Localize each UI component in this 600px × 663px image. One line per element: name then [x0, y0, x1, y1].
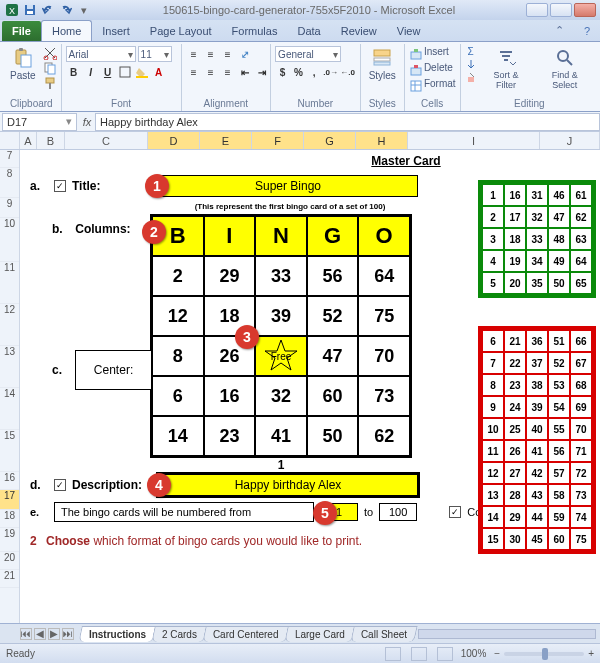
number-cell[interactable]: 32 — [526, 206, 548, 228]
bingo-col-G[interactable]: G — [307, 216, 359, 256]
formula-input[interactable]: Happy birthday Alex — [95, 113, 600, 131]
sheet-nav-first-icon[interactable]: ⏮ — [20, 628, 32, 640]
col-F[interactable]: F — [252, 132, 304, 149]
number-cell[interactable]: 68 — [570, 374, 592, 396]
number-cell[interactable]: 33 — [526, 228, 548, 250]
percent-icon[interactable]: % — [291, 64, 306, 80]
clear-icon[interactable] — [465, 71, 477, 83]
col-E[interactable]: E — [200, 132, 252, 149]
number-cell[interactable]: 22 — [504, 352, 526, 374]
comma-icon[interactable]: , — [307, 64, 322, 80]
cells-delete[interactable]: Delete — [409, 62, 453, 78]
row-21[interactable]: 21 — [0, 570, 19, 588]
row-13[interactable]: 13 — [0, 346, 19, 388]
sheet-nav-prev-icon[interactable]: ◀ — [34, 628, 46, 640]
find-select-button[interactable]: Find & Select — [535, 46, 594, 92]
autosum-icon[interactable]: Σ — [467, 46, 473, 57]
indent-decrease-icon[interactable]: ⇤ — [237, 64, 253, 80]
bingo-cell[interactable]: 32 — [255, 376, 307, 416]
number-cell[interactable]: 25 — [504, 418, 526, 440]
font-name-select[interactable]: Arial▾ — [66, 46, 136, 62]
row-12[interactable]: 12 — [0, 304, 19, 346]
number-cell[interactable]: 41 — [526, 440, 548, 462]
number-cell[interactable]: 72 — [570, 462, 592, 484]
redo-icon[interactable] — [58, 2, 74, 18]
number-cell[interactable]: 51 — [548, 330, 570, 352]
row-11[interactable]: 11 — [0, 262, 19, 304]
bingo-col-I[interactable]: I — [204, 216, 256, 256]
number-cell[interactable]: 23 — [504, 374, 526, 396]
bingo-cell[interactable]: 41 — [255, 416, 307, 456]
align-left-icon[interactable]: ≡ — [186, 64, 202, 80]
bingo-cell[interactable]: 16 — [204, 376, 256, 416]
bingo-cell[interactable]: 12 — [152, 296, 204, 336]
cells-insert[interactable]: Insert — [409, 46, 449, 62]
number-cell[interactable]: 3 — [482, 228, 504, 250]
number-cell[interactable]: 35 — [526, 272, 548, 294]
row-7[interactable]: 7 — [0, 150, 19, 168]
number-cell[interactable]: 19 — [504, 250, 526, 272]
number-cell[interactable]: 64 — [570, 250, 592, 272]
col-B[interactable]: B — [37, 132, 65, 149]
number-cell[interactable]: 53 — [548, 374, 570, 396]
number-cell[interactable]: 28 — [504, 484, 526, 506]
view-page-break-icon[interactable] — [437, 647, 453, 661]
row-17[interactable]: 17 — [0, 490, 19, 510]
sheet-tab-2cards[interactable]: 2 Cards — [152, 626, 208, 642]
number-cell[interactable]: 37 — [526, 352, 548, 374]
bingo-cell[interactable]: 8 — [152, 336, 204, 376]
sheet-tab-instructions[interactable]: Instructions — [78, 626, 157, 642]
number-cell[interactable]: 38 — [526, 374, 548, 396]
number-cell[interactable]: 20 — [504, 272, 526, 294]
view-normal-icon[interactable] — [385, 647, 401, 661]
number-cell[interactable]: 55 — [548, 418, 570, 440]
fill-icon[interactable] — [465, 58, 477, 70]
horizontal-scrollbar[interactable] — [418, 629, 596, 639]
sheet-tab-card-centered[interactable]: Card Centered — [203, 626, 290, 642]
cells-format[interactable]: Format — [409, 78, 456, 94]
undo-icon[interactable] — [40, 2, 56, 18]
sheet-nav-next-icon[interactable]: ▶ — [48, 628, 60, 640]
number-cell[interactable]: 69 — [570, 396, 592, 418]
bingo-cell[interactable]: 73 — [358, 376, 410, 416]
col-H[interactable]: H — [356, 132, 408, 149]
currency-icon[interactable]: $ — [275, 64, 290, 80]
zoom-slider[interactable]: − + — [494, 648, 594, 659]
center-label[interactable]: Center: — [75, 350, 152, 390]
number-cell[interactable]: 11 — [482, 440, 504, 462]
close-button[interactable] — [574, 3, 596, 17]
row-15[interactable]: 15 — [0, 430, 19, 472]
worksheet[interactable]: 7 8 9 10 11 12 13 14 15 16 17 18 19 20 2… — [0, 150, 600, 623]
number-cell[interactable]: 14 — [482, 506, 504, 528]
number-cell[interactable]: 45 — [526, 528, 548, 550]
bingo-cell[interactable]: 14 — [152, 416, 204, 456]
qat-customize-icon[interactable]: ▾ — [76, 2, 92, 18]
bingo-col-O[interactable]: O — [358, 216, 410, 256]
number-cell[interactable]: 4 — [482, 250, 504, 272]
fill-color-icon[interactable] — [134, 64, 150, 80]
col-D[interactable]: D — [148, 132, 200, 149]
number-cell[interactable]: 43 — [526, 484, 548, 506]
sheet-tab-large-card[interactable]: Large Card — [284, 626, 355, 642]
sheet-nav-last-icon[interactable]: ⏭ — [62, 628, 74, 640]
bingo-cell[interactable]: 62 — [358, 416, 410, 456]
number-cell[interactable]: 66 — [570, 330, 592, 352]
font-size-select[interactable]: 11▾ — [138, 46, 172, 62]
number-cell[interactable]: 57 — [548, 462, 570, 484]
number-cell[interactable]: 24 — [504, 396, 526, 418]
bingo-cell[interactable]: 70 — [358, 336, 410, 376]
number-cell[interactable]: 13 — [482, 484, 504, 506]
number-cell[interactable]: 34 — [526, 250, 548, 272]
sheet-tab-call-sheet[interactable]: Call Sheet — [350, 626, 418, 642]
col-C[interactable]: C — [65, 132, 148, 149]
bingo-cell[interactable]: 23 — [204, 416, 256, 456]
bingo-cell[interactable]: 64 — [358, 256, 410, 296]
number-cell[interactable]: 27 — [504, 462, 526, 484]
tab-view[interactable]: View — [387, 21, 431, 41]
number-cell[interactable]: 70 — [570, 418, 592, 440]
bingo-cell[interactable]: 6 — [152, 376, 204, 416]
excel-icon[interactable]: X — [4, 2, 20, 18]
tab-review[interactable]: Review — [331, 21, 387, 41]
number-cell[interactable]: 36 — [526, 330, 548, 352]
view-page-layout-icon[interactable] — [411, 647, 427, 661]
